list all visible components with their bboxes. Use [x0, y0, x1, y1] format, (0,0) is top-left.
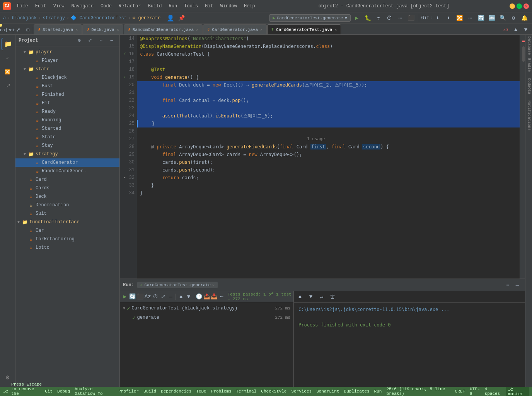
sidebar-item-car[interactable]: ☕ Car [15, 226, 119, 235]
run-tab[interactable]: ✓ CardGeneratorTest.generate ✕ [137, 282, 218, 288]
test-expand-button[interactable]: ⤢ [160, 292, 167, 301]
sidebar-item-running[interactable]: ☕ Running [15, 116, 119, 124]
search-button[interactable]: 🔍 [498, 14, 507, 23]
breadcrumb-strategy[interactable]: strategy [43, 15, 65, 21]
menu-git[interactable]: Git [202, 3, 217, 10]
activity-git-icon[interactable]: ⎇ [2, 80, 14, 92]
sidebar-item-randomcardgenerator[interactable]: ☕ RandomCardGener… [15, 167, 119, 175]
menu-run[interactable]: Run [165, 3, 180, 10]
sidebar-collapse-icon[interactable]: — [107, 36, 116, 45]
editor-scrollbar[interactable] [520, 35, 525, 279]
right-tab-notifications[interactable]: Notifications [525, 99, 532, 132]
status-git-label[interactable]: Git [45, 389, 53, 394]
status-branch[interactable]: ⎇ master [506, 387, 529, 396]
debug-button[interactable]: 🐛 [363, 14, 372, 23]
sidebar-item-cards[interactable]: ☕ Cards [15, 184, 119, 192]
sidebar-item-deck[interactable]: ☕ Deck [15, 192, 119, 201]
test-prev-fail-button[interactable]: ▲ [177, 292, 184, 301]
git-pull-button[interactable]: Git: [422, 14, 431, 23]
status-duplicates-label[interactable]: Duplicates [344, 389, 370, 394]
tab-started[interactable]: J Started.java ✕ [34, 24, 82, 34]
status-sonarlint-label[interactable]: SonarLint [316, 389, 339, 394]
project-panel-toggle[interactable]: 📁 Project ▼ [2, 25, 11, 34]
sidebar-item-blackjack[interactable]: ☕ Blackjack [15, 73, 119, 82]
tab-cardgenerator[interactable]: J CardGenerator.java ✕ [203, 24, 267, 34]
status-charset[interactable]: UTF-8 [470, 387, 480, 396]
test-sort-time[interactable]: ⏱ [152, 292, 159, 301]
sidebar-settings-icon[interactable]: ⚙ [75, 36, 84, 45]
tab-started-close[interactable]: ✕ [75, 27, 78, 32]
tab-cardgeneratortest[interactable]: T CardGeneratorTest.java ✕ [267, 24, 341, 34]
bottom-minimize-icon[interactable]: — [513, 280, 522, 290]
status-indent[interactable]: 4 spaces [485, 387, 501, 396]
tab-error-badge[interactable]: ⚠3 [501, 25, 510, 34]
status-run-label[interactable]: Run [374, 389, 382, 394]
tab-deck-close[interactable]: ✕ [117, 27, 119, 32]
menu-file[interactable]: File [14, 3, 31, 10]
status-todo-label[interactable]: TODO [196, 389, 206, 394]
test-collapse-button[interactable]: — [167, 292, 174, 301]
output-scrollup-button[interactable]: ▲ [295, 292, 305, 301]
tab-randomcardgenerator-close[interactable]: ✕ [196, 27, 198, 32]
output-softwrap-button[interactable]: ↵ [317, 292, 326, 301]
sidebar-item-denomination[interactable]: ☕ Denomination [15, 201, 119, 209]
translate-button[interactable]: 🔤 [487, 14, 496, 23]
status-dependencies-label[interactable]: Dependencies [161, 389, 191, 394]
status-profiler-label[interactable]: Profiler [118, 389, 139, 394]
sidebar-item-card[interactable]: ☕ Card [15, 175, 119, 184]
sidebar-item-started[interactable]: ☕ Started [15, 124, 119, 133]
update-button[interactable]: 🔄 [476, 14, 486, 23]
git-more-button[interactable]: ⋯ [466, 14, 475, 23]
status-services-label[interactable]: Services [291, 389, 312, 394]
sidebar-expand-icon[interactable]: ⤢ [85, 36, 95, 45]
activity-project-icon[interactable]: 📁 [2, 38, 14, 50]
test-history-button[interactable]: 🕐 [196, 292, 203, 301]
menu-window[interactable]: Window [217, 3, 240, 10]
sidebar-item-player-folder[interactable]: ▼ 📁 player [15, 48, 119, 56]
breadcrumb-blackjack[interactable]: blackjack [12, 15, 37, 21]
status-checkstyle-label[interactable]: CheckStyle [261, 389, 286, 394]
minimize-button[interactable]: — [510, 3, 515, 9]
status-debug-label[interactable]: Debug [57, 389, 70, 394]
sidebar-more-icon[interactable]: ⋯ [96, 36, 106, 45]
sidebar-item-state-folder[interactable]: ▼ 📁 state [15, 65, 119, 73]
test-more-button[interactable]: ⋯ [218, 292, 225, 301]
test-item-generate[interactable]: ✓ generate 272 ms [120, 313, 293, 322]
test-run-button[interactable]: ▶ [121, 292, 128, 301]
test-item-cardgeneratortest[interactable]: ▼ ✓ CardGeneratorTest (blackjack.strateg… [120, 304, 293, 313]
sidebar-item-strategy-folder[interactable]: ▼ 📁 strategy [15, 150, 119, 158]
status-crlf[interactable]: CRLF [455, 389, 465, 394]
breadcrumb-root[interactable]: a [3, 15, 6, 21]
test-export-button[interactable]: 📤 [203, 292, 210, 301]
notifications-button[interactable]: 🔔 [520, 14, 529, 23]
sidebar-item-functioalinterface[interactable]: ▼ 📁 functioalInterface [15, 218, 119, 226]
activity-commit-icon[interactable]: ✓ [2, 52, 14, 64]
close-button[interactable]: ✕ [523, 3, 529, 9]
right-tab-gradle[interactable]: Gradle [525, 56, 532, 73]
sidebar-item-state[interactable]: ☕ State [15, 133, 119, 141]
sidebar-item-ready[interactable]: ☕ Ready [15, 107, 119, 116]
right-tab-database[interactable]: Database [525, 35, 532, 56]
maximize-button[interactable]: □ [517, 3, 522, 9]
output-clear-button[interactable]: 🗑 [328, 292, 337, 301]
status-problems-label[interactable]: Problems [211, 389, 232, 394]
expand-editor-button[interactable]: ⤢ [14, 25, 23, 34]
coverage-button[interactable]: ☂ [374, 14, 383, 23]
menu-view[interactable]: View [50, 3, 68, 10]
sidebar-item-cardgenerator[interactable]: ☕ CardGenerator [15, 158, 119, 167]
status-git-icon[interactable]: ⎇ [3, 389, 8, 394]
menu-navigate[interactable]: Navigate [68, 3, 97, 10]
split-editor-button[interactable]: ⊞ [23, 25, 32, 34]
test-rerun-button[interactable]: 🔄 [129, 292, 136, 301]
test-stop-button[interactable]: ⬛ [137, 292, 144, 301]
git-push-button[interactable]: ⬆ [444, 14, 453, 23]
scroll-down-button[interactable]: ▼ [521, 25, 530, 34]
menu-build[interactable]: Build [145, 3, 165, 10]
nav-person-icon[interactable]: 👤 [166, 14, 175, 23]
run-config-selector[interactable]: ▶ CardGeneratorTest.generate ▼ [269, 14, 351, 22]
run-button[interactable]: ▶ [352, 14, 361, 23]
more-run-button[interactable]: ⋯ [396, 14, 405, 23]
activity-pullrequest-icon[interactable]: 🔀 [2, 66, 14, 78]
status-build-label[interactable]: Build [143, 389, 156, 394]
menu-help[interactable]: Help [241, 3, 258, 10]
